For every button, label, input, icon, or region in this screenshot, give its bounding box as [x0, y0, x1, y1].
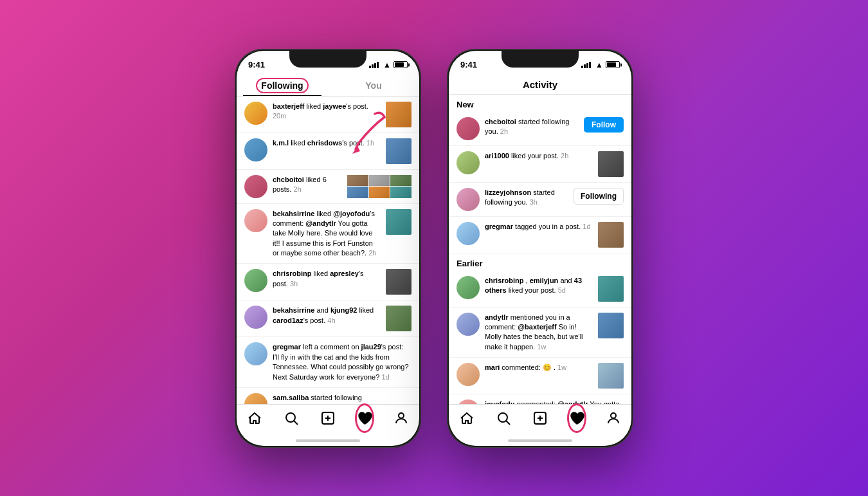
follow-button[interactable]: Follow [584, 117, 624, 133]
time-text: 3h [290, 280, 298, 288]
activity-item: chrisrobinp liked apresley's post. 3h [237, 264, 419, 300]
post-thumb [386, 306, 411, 331]
nav-heart[interactable] [356, 410, 373, 427]
avatar-ari1000 [457, 151, 480, 174]
thumb-cell [390, 175, 411, 187]
header-title: Activity [523, 79, 557, 90]
nav-search[interactable] [283, 410, 300, 427]
username: bekahsirrine [273, 210, 316, 217]
svg-point-12 [611, 413, 616, 418]
username: baxterjeff [273, 102, 307, 110]
right-activities: New chcboitoi started following you. 2h … [449, 95, 631, 404]
signal-bar-4 [377, 62, 379, 68]
nav-profile-right[interactable] [605, 410, 622, 427]
notch-left [289, 51, 366, 68]
post-thumb [598, 363, 624, 389]
time-text: 3h [530, 198, 538, 206]
action-text: commented: 😊 . [502, 363, 556, 371]
svg-point-7 [498, 413, 507, 422]
time-text: 1d [583, 223, 590, 230]
activity-item: andytlr mentioned you in a comment: @bax… [449, 308, 631, 358]
username: sam.saliba [273, 394, 311, 401]
activity-item: gregmar tagged you in a post. 1d [449, 217, 631, 253]
username: chrisrobinp [273, 270, 314, 277]
bottom-nav-left [237, 404, 419, 439]
phone-left-screen: 9:41 ▲ [237, 51, 419, 446]
activity-text: chrisrobinp liked apresley's post. 3h [273, 269, 381, 289]
activity-text: chrisrobinp , emilyjun and 43 others lik… [485, 276, 593, 296]
svg-line-8 [507, 421, 511, 425]
nav-add[interactable] [320, 410, 336, 427]
search-icon [284, 410, 299, 426]
activity-item: bekahsirrine liked @joyofodu's comment: … [237, 204, 419, 264]
username: mari [485, 363, 502, 371]
tab-you-label: You [365, 80, 381, 91]
tab-you[interactable]: You [328, 74, 419, 96]
activity-text: chcboitoi started following you. 2h [485, 117, 579, 137]
nav-home[interactable] [246, 410, 263, 427]
heart-icon-right [569, 410, 584, 426]
phones-container: 9:41 ▲ [235, 49, 633, 448]
tab-following[interactable]: Following [237, 74, 328, 96]
time-left: 9:41 [248, 60, 265, 69]
time-text: 4h [327, 317, 335, 324]
activity-text: k.m.l liked chrisdows's post. 1h [273, 138, 381, 148]
time-text: 20m [273, 112, 286, 120]
username: gregmar [485, 223, 515, 230]
battery-right [606, 61, 620, 68]
avatar-gregmar [244, 342, 267, 365]
left-activities: baxterjeff liked jaywee's post. 20m k.m.… [237, 96, 419, 404]
action-text: liked chrisdows's post. [291, 139, 365, 147]
section-earlier: Earlier [449, 253, 631, 271]
nav-search-right[interactable] [495, 410, 512, 427]
svg-line-2 [294, 421, 298, 425]
avatar-bekahsirrine [244, 209, 267, 232]
post-thumb [598, 276, 624, 302]
activity-header: Activity [449, 74, 631, 95]
action-text: liked jaywee's post. [307, 102, 368, 110]
avatar-chcboitoi-r [457, 117, 480, 140]
post-thumb [386, 209, 411, 235]
time-text: 2h [368, 249, 376, 257]
action-text: tagged you in a post. [515, 223, 581, 230]
nav-heart-right[interactable] [568, 410, 585, 427]
avatar-chrisrobinp [244, 269, 267, 292]
activity-item: chcboitoi liked 6 posts. 2h [237, 170, 419, 204]
following-button[interactable]: Following [574, 188, 624, 205]
username: chcboitoi [273, 176, 306, 183]
avatar-chrisrobinp-r [457, 276, 480, 299]
nav-profile[interactable] [393, 410, 410, 427]
username: andytlr [485, 313, 511, 321]
add-icon [320, 410, 336, 426]
signal-bar-3 [374, 63, 376, 68]
action-text: liked your post. [511, 152, 559, 160]
time-text: 1w [557, 363, 566, 371]
thumb-cell [347, 187, 368, 198]
username: chcboitoi [485, 118, 518, 125]
home-indicator-right [508, 439, 572, 442]
section-new: New [449, 95, 631, 112]
activity-item: lizzeyjohnson started following you. 3h … [449, 183, 631, 217]
avatar-baxterjeff [244, 102, 267, 125]
signal-bars [369, 61, 379, 68]
signal-bar-r4 [589, 62, 591, 68]
phone-right: 9:41 ▲ Activity [447, 49, 633, 448]
battery-fill [395, 62, 404, 67]
phone-right-screen: 9:41 ▲ Activity [449, 51, 631, 446]
svg-point-1 [286, 413, 295, 422]
search-icon-right [496, 410, 511, 426]
nav-add-right[interactable] [532, 410, 548, 427]
activity-text: chcboitoi liked 6 posts. 2h [273, 175, 342, 195]
nav-home-right[interactable] [458, 410, 475, 427]
battery-fill-right [607, 62, 616, 67]
battery-tip [408, 63, 410, 66]
activity-text: bekahsirrine liked @joyofodu's comment: … [273, 209, 381, 259]
heart-circle-right [567, 403, 586, 433]
activity-text: andytlr mentioned you in a comment: @bax… [485, 313, 593, 353]
thumb-cell [369, 187, 390, 198]
phone-left: 9:41 ▲ [235, 49, 421, 448]
home-icon-right [459, 410, 475, 426]
activity-item: chrisrobinp , emilyjun and 43 others lik… [449, 271, 631, 308]
post-thumb [598, 313, 624, 338]
avatar-mari [457, 363, 480, 386]
